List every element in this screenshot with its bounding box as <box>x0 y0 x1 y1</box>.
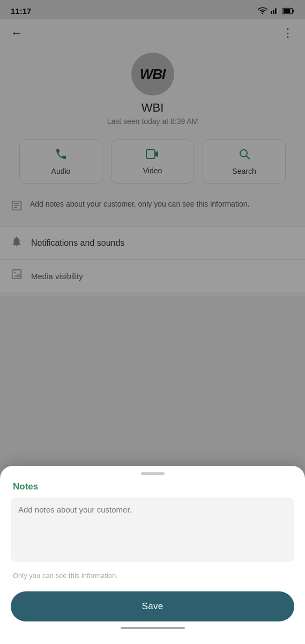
notes-textarea[interactable] <box>11 497 294 562</box>
home-indicator <box>121 627 185 629</box>
sheet-drag-handle <box>141 472 165 475</box>
save-button[interactable]: Save <box>11 591 294 621</box>
bottom-sheet: Notes Only you can see this information.… <box>0 466 305 644</box>
bottom-nav-bar <box>0 621 305 631</box>
sheet-handle-wrap <box>0 466 305 477</box>
sheet-textarea-wrap <box>11 497 294 564</box>
privacy-note: Only you can see this information. <box>0 569 305 587</box>
sheet-title: Notes <box>0 477 305 497</box>
